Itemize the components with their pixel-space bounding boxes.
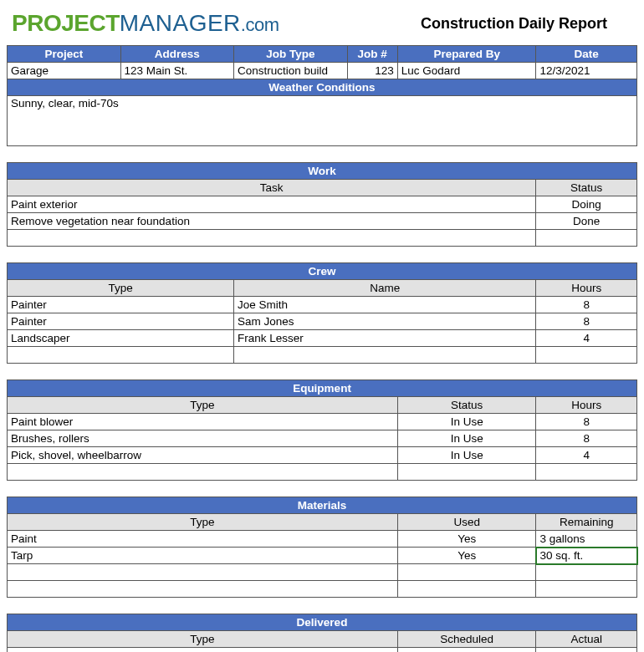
cell-equip-hours[interactable]: 8 bbox=[536, 430, 637, 447]
cell-crew-type[interactable]: Painter bbox=[8, 313, 234, 330]
col-date: Date bbox=[536, 46, 637, 63]
col-jobnum: Job # bbox=[347, 46, 397, 63]
col-equip-type: Type bbox=[8, 397, 398, 414]
spacer bbox=[8, 247, 637, 263]
cell-mat-type[interactable] bbox=[8, 581, 398, 598]
col-work-task: Task bbox=[8, 180, 536, 196]
col-mat-remaining: Remaining bbox=[536, 514, 637, 531]
col-crew-hours: Hours bbox=[536, 280, 637, 297]
section-equipment: Equipment bbox=[8, 380, 637, 397]
col-del-type: Type bbox=[8, 631, 398, 648]
col-jobtype: Job Type bbox=[234, 46, 348, 63]
header: PROJECTMANAGER.com Construction Daily Re… bbox=[0, 0, 644, 45]
report-table: Project Address Job Type Job # Prepared … bbox=[7, 45, 637, 652]
cell-mat-type[interactable]: Paint bbox=[8, 531, 398, 548]
cell-project[interactable]: Garage bbox=[8, 63, 121, 79]
col-equip-hours: Hours bbox=[536, 397, 637, 414]
cell-jobtype[interactable]: Construction build bbox=[234, 63, 348, 79]
cell-mat-used[interactable]: Yes bbox=[397, 548, 536, 564]
col-address: Address bbox=[120, 46, 234, 63]
col-del-scheduled: Scheduled bbox=[397, 631, 536, 648]
cell-work-task[interactable]: Remove vegetation near foundation bbox=[8, 213, 536, 230]
col-preparedby: Prepared By bbox=[397, 46, 536, 63]
section-weather: Weather Conditions bbox=[8, 79, 637, 96]
logo-part2: MANAGER bbox=[120, 10, 241, 36]
cell-equip-type[interactable]: Paint blower bbox=[8, 414, 398, 430]
cell-equip-type[interactable] bbox=[8, 464, 398, 481]
cell-crew-name[interactable]: Frank Lesser bbox=[234, 330, 536, 347]
cell-work-status[interactable]: Doing bbox=[536, 196, 637, 213]
cell-work-task[interactable]: Paint exterior bbox=[8, 196, 536, 213]
cell-crew-type[interactable] bbox=[8, 347, 234, 364]
cell-crew-name[interactable] bbox=[234, 347, 536, 364]
col-equip-status: Status bbox=[397, 397, 536, 414]
spacer bbox=[8, 598, 637, 614]
cell-mat-used[interactable] bbox=[397, 581, 536, 598]
section-materials: Materials bbox=[8, 497, 637, 514]
cell-mat-used[interactable]: Yes bbox=[397, 531, 536, 548]
cell-weather[interactable]: Sunny, clear, mid-70s bbox=[8, 96, 637, 146]
section-delivered: Delivered bbox=[8, 614, 637, 631]
col-crew-type: Type bbox=[8, 280, 234, 297]
col-project: Project bbox=[8, 46, 121, 63]
logo: PROJECTMANAGER.com bbox=[12, 10, 421, 37]
col-mat-used: Used bbox=[397, 514, 536, 531]
cell-work-status[interactable] bbox=[536, 230, 637, 247]
cell-mat-remaining[interactable] bbox=[536, 581, 637, 598]
col-mat-type: Type bbox=[8, 514, 398, 531]
spacer bbox=[8, 146, 637, 163]
col-crew-name: Name bbox=[234, 280, 536, 297]
cell-equip-type[interactable]: Pick, shovel, wheelbarrow bbox=[8, 447, 398, 464]
cell-crew-type[interactable]: Landscaper bbox=[8, 330, 234, 347]
cell-jobnum[interactable]: 123 bbox=[347, 63, 397, 79]
cell-crew-name[interactable]: Sam Jones bbox=[234, 313, 536, 330]
col-del-actual: Actual bbox=[536, 631, 637, 648]
cell-crew-hours[interactable]: 4 bbox=[536, 330, 637, 347]
cell-mat-remaining-selected[interactable]: 30 sq. ft. bbox=[536, 548, 637, 564]
logo-part1: PROJECT bbox=[12, 10, 120, 36]
section-work: Work bbox=[8, 163, 637, 180]
spacer bbox=[8, 481, 637, 497]
cell-del-scheduled[interactable]: 8:00 AM bbox=[397, 648, 536, 653]
cell-crew-hours[interactable]: 8 bbox=[536, 313, 637, 330]
cell-mat-remaining[interactable] bbox=[536, 564, 637, 581]
spacer bbox=[8, 364, 637, 380]
cell-equip-status[interactable] bbox=[397, 464, 536, 481]
cell-equip-hours[interactable]: 4 bbox=[536, 447, 637, 464]
cell-equip-type[interactable]: Brushes, rollers bbox=[8, 430, 398, 447]
logo-part3: .com bbox=[241, 14, 279, 35]
cell-equip-hours[interactable] bbox=[536, 464, 637, 481]
cell-mat-type[interactable] bbox=[8, 564, 398, 581]
report-title: Construction Daily Report bbox=[421, 15, 632, 33]
cell-crew-hours[interactable] bbox=[536, 347, 637, 364]
cell-equip-status[interactable]: In Use bbox=[397, 414, 536, 430]
section-crew: Crew bbox=[8, 263, 637, 280]
cell-crew-name[interactable]: Joe Smith bbox=[234, 297, 536, 313]
cell-work-status[interactable]: Done bbox=[536, 213, 637, 230]
cell-del-type[interactable]: Paint bbox=[8, 648, 398, 653]
cell-mat-type[interactable]: Tarp bbox=[8, 548, 398, 564]
cell-crew-hours[interactable]: 8 bbox=[536, 297, 637, 313]
cell-crew-type[interactable]: Painter bbox=[8, 297, 234, 313]
cell-del-actual[interactable]: 8:30 AM bbox=[536, 648, 637, 653]
cell-equip-status[interactable]: In Use bbox=[397, 447, 536, 464]
cell-address[interactable]: 123 Main St. bbox=[120, 63, 234, 79]
cell-equip-status[interactable]: In Use bbox=[397, 430, 536, 447]
cell-date[interactable]: 12/3/2021 bbox=[536, 63, 637, 79]
cell-equip-hours[interactable]: 8 bbox=[536, 414, 637, 430]
cell-mat-used[interactable] bbox=[397, 564, 536, 581]
cell-mat-remaining[interactable]: 3 gallons bbox=[536, 531, 637, 548]
cell-preparedby[interactable]: Luc Godard bbox=[397, 63, 536, 79]
cell-work-task[interactable] bbox=[8, 230, 536, 247]
col-work-status: Status bbox=[536, 180, 637, 196]
